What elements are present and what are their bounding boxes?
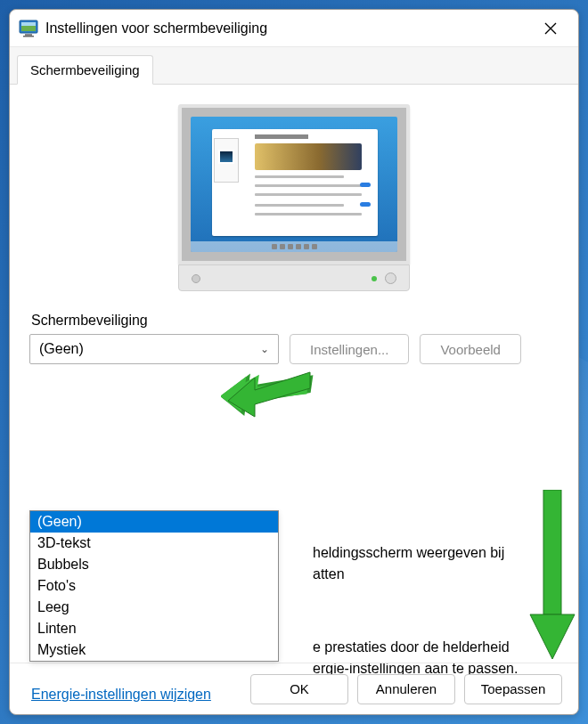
apply-button[interactable]: Toepassen [464,674,562,704]
monitor-preview [29,104,559,291]
screensaver-dropdown-list[interactable]: (Geen) 3D-tekst Bubbels Foto's Leeg Lint… [29,510,279,662]
window-title: Instellingen voor schermbeveiliging [45,20,530,37]
tab-row: Schermbeveiliging [10,47,578,85]
annotation-arrow-icon [221,358,319,420]
tab-schermbeveiliging[interactable]: Schermbeveiliging [17,55,153,85]
svg-rect-4 [23,36,34,37]
dropdown-option[interactable]: 3D-tekst [30,533,278,554]
preview-button[interactable]: Voorbeeld [420,334,521,364]
dropdown-option[interactable]: Leeg [30,597,278,618]
chevron-down-icon: ⌄ [260,343,269,355]
button-bar: OK Annuleren Toepassen [10,663,578,714]
dropdown-option[interactable]: (Geen) [30,511,278,533]
annotation-arrow-icon [526,490,579,668]
section-label: Schermbeveiliging [31,313,559,329]
combobox-value: (Geen) [39,341,84,357]
svg-marker-9 [530,614,575,659]
partial-resume-text: heldingsscherm weergeven bij atten [313,542,504,585]
titlebar: Instellingen voor schermbeveiliging [10,10,578,47]
dropdown-option[interactable]: Bubbels [30,554,278,575]
ok-button[interactable]: OK [250,674,348,704]
svg-rect-3 [25,34,32,36]
svg-rect-2 [21,22,36,26]
screensaver-icon [19,19,38,38]
dropdown-option[interactable]: Foto's [30,575,278,597]
close-button[interactable] [530,14,571,43]
cancel-button[interactable]: Annuleren [357,674,455,704]
dropdown-option[interactable]: Mystiek [30,639,278,661]
dropdown-option[interactable]: Linten [30,618,278,639]
svg-rect-8 [543,490,561,614]
